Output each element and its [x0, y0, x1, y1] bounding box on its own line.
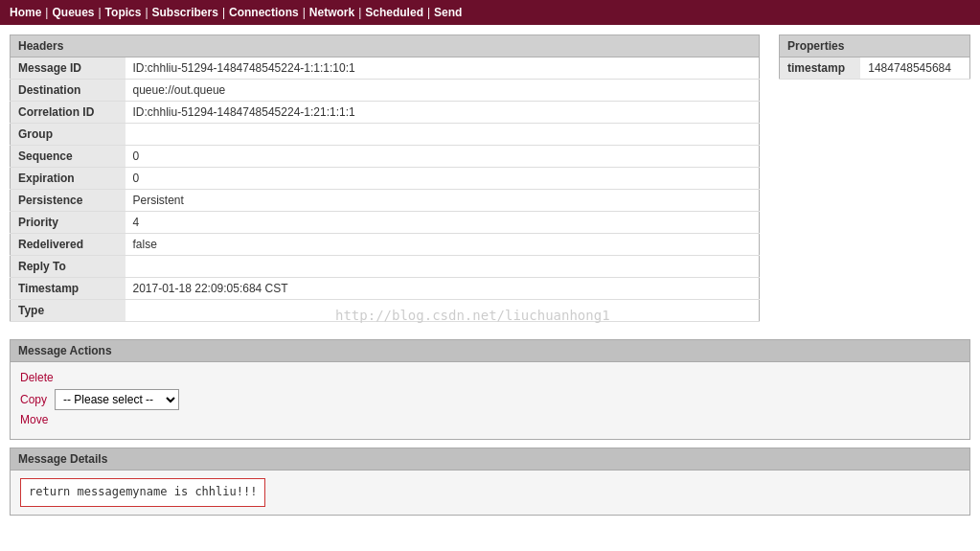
header-label: Timestamp — [11, 278, 125, 300]
nav-item-network[interactable]: Network — [309, 6, 354, 19]
header-label: Persistence — [11, 190, 125, 212]
nav-separator: | — [222, 6, 225, 19]
table-row: timestamp1484748545684 — [780, 57, 970, 80]
navbar: Home|Queues|Topics|Subscribers|Connectio… — [0, 0, 980, 25]
headers-table: Message IDID:chhliu-51294-1484748545224-… — [10, 57, 760, 322]
nav-item-queues[interactable]: Queues — [52, 6, 94, 19]
header-value: Persistent — [125, 190, 760, 212]
nav-separator: | — [145, 6, 148, 19]
table-row: Correlation IDID:chhliu-51294-1484748545… — [11, 102, 760, 124]
table-row: Priority4 — [11, 212, 760, 234]
header-value: ID:chhliu-51294-1484748545224-1:21:1:1:1 — [125, 102, 760, 124]
table-row: Redeliveredfalse — [11, 234, 760, 256]
headers-title: Headers — [10, 34, 760, 57]
header-label: Redelivered — [11, 234, 125, 256]
nav-separator: | — [303, 6, 306, 19]
move-link[interactable]: Move — [20, 410, 960, 429]
details-section: Message Details return messagemyname is … — [10, 448, 970, 516]
table-row: Type — [11, 300, 760, 322]
header-label: Group — [11, 124, 125, 146]
actions-header: Message Actions — [10, 339, 970, 362]
copy-link[interactable]: Copy — [20, 393, 47, 406]
nav-item-home[interactable]: Home — [10, 6, 41, 19]
message-content: return messagemyname is chhliu!!! — [20, 478, 265, 507]
nav-item-subscribers[interactable]: Subscribers — [152, 6, 218, 19]
header-value — [125, 124, 760, 146]
table-row: Timestamp2017-01-18 22:09:05:684 CST — [11, 278, 760, 300]
header-label: Sequence — [11, 146, 125, 168]
properties-table: timestamp1484748545684 — [779, 57, 970, 80]
header-value: queue://out.queue — [125, 80, 760, 102]
copy-row: Copy -- Please select -- — [20, 389, 960, 410]
header-value: 2017-01-18 22:09:05:684 CST — [125, 278, 760, 300]
header-value: ID:chhliu-51294-1484748545224-1:1:1:10:1 — [125, 57, 760, 80]
table-row: Sequence0 — [11, 146, 760, 168]
nav-item-topics[interactable]: Topics — [105, 6, 142, 19]
actions-body: Delete Copy -- Please select -- Move — [10, 362, 970, 440]
details-body: return messagemyname is chhliu!!! — [10, 471, 970, 516]
header-value: 4 — [125, 212, 760, 234]
table-row: Group — [11, 124, 760, 146]
nav-separator: | — [427, 6, 430, 19]
nav-separator: | — [358, 6, 361, 19]
header-label: Message ID — [11, 57, 125, 80]
header-value — [125, 256, 760, 278]
header-label: Type — [11, 300, 125, 322]
main-content: Headers Message IDID:chhliu-51294-148474… — [0, 25, 980, 332]
property-value: 1484748545684 — [860, 57, 969, 80]
table-row: Destinationqueue://out.queue — [11, 80, 760, 102]
properties-title: Properties — [779, 34, 970, 57]
table-row: Reply To — [11, 256, 760, 278]
nav-separator: | — [45, 6, 48, 19]
table-row: Message IDID:chhliu-51294-1484748545224-… — [11, 57, 760, 80]
header-label: Destination — [11, 80, 125, 102]
nav-separator: | — [98, 6, 101, 19]
copy-destination-select[interactable]: -- Please select -- — [55, 389, 179, 410]
table-row: PersistencePersistent — [11, 190, 760, 212]
header-value: false — [125, 234, 760, 256]
table-row: Expiration0 — [11, 168, 760, 190]
header-value — [125, 300, 760, 322]
header-value: 0 — [125, 146, 760, 168]
header-label: Reply To — [11, 256, 125, 278]
property-label: timestamp — [780, 57, 861, 80]
header-label: Priority — [11, 212, 125, 234]
nav-item-connections[interactable]: Connections — [229, 6, 299, 19]
headers-section: Headers Message IDID:chhliu-51294-148474… — [10, 34, 760, 322]
details-header: Message Details — [10, 448, 970, 471]
actions-section: Message Actions Delete Copy -- Please se… — [10, 339, 970, 440]
nav-item-send[interactable]: Send — [434, 6, 462, 19]
header-label: Expiration — [11, 168, 125, 190]
header-value: 0 — [125, 168, 760, 190]
delete-link[interactable]: Delete — [20, 368, 960, 387]
nav-item-scheduled[interactable]: Scheduled — [365, 6, 423, 19]
properties-section: Properties timestamp1484748545684 — [779, 34, 970, 322]
header-label: Correlation ID — [11, 102, 125, 124]
